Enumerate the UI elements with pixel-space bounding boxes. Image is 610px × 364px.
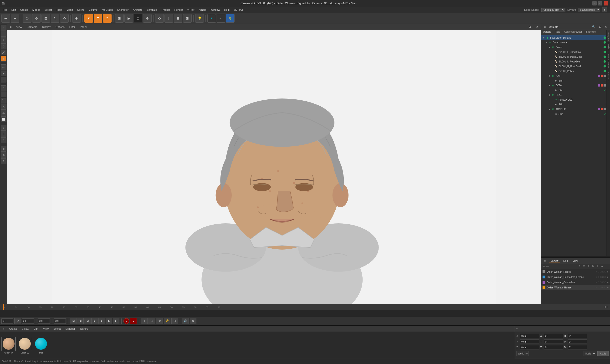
lt-select-btn[interactable]: ↖ bbox=[1, 25, 6, 30]
lt-hair-btn[interactable]: ≡ bbox=[1, 77, 6, 82]
record-active-btn[interactable]: ● bbox=[130, 318, 137, 324]
viewport-display-btn[interactable]: Display bbox=[41, 25, 52, 29]
tree-item-body[interactable]: ▼ ⊞ BODY ⋮ bbox=[541, 83, 610, 88]
lt-poly-mode-btn[interactable]: ◻ bbox=[1, 43, 6, 49]
tr-h-scale[interactable] bbox=[568, 334, 587, 338]
apply-button[interactable]: Apply bbox=[597, 351, 609, 356]
lt-point-mode-btn[interactable]: · bbox=[1, 31, 6, 37]
loop-btn[interactable]: ⟲ bbox=[156, 318, 163, 324]
tree-item-older-woman[interactable]: ▼ ☺ Older_Woman ⋮ bbox=[541, 40, 610, 45]
timeline-start-input[interactable] bbox=[1, 318, 13, 324]
timeline-end-input[interactable] bbox=[38, 318, 50, 324]
objects-config-btn[interactable]: ⚙ bbox=[604, 25, 609, 29]
go-start-btn[interactable]: |◀ bbox=[70, 318, 77, 324]
scale-keys-btn[interactable]: ⊡ bbox=[148, 318, 155, 324]
tab-objects[interactable]: Objects bbox=[541, 30, 553, 35]
viewport-maximize-btn[interactable]: ⊞ bbox=[527, 25, 532, 29]
menu-help[interactable]: Help bbox=[222, 8, 232, 12]
material-item-3[interactable]: Mat bbox=[34, 337, 48, 354]
lt-capsule-btn[interactable]: ⬜ bbox=[1, 116, 6, 122]
tree-arrow[interactable]: ▼ bbox=[542, 37, 545, 39]
python-button[interactable]: 🐍 bbox=[226, 14, 234, 23]
tr-z-rot[interactable] bbox=[544, 345, 563, 350]
tree-item-skin-head[interactable]: ◉ Skin ✓ ⋮ bbox=[541, 102, 610, 107]
tree-item-bip-l-hand[interactable]: 🦴 Bip001_L_Hand.Goal ⋮ bbox=[541, 50, 610, 54]
tree-item-skin-hair[interactable]: ◉ Skin ✓ ⋮ bbox=[541, 78, 610, 83]
menu-arnold[interactable]: Arnold bbox=[197, 8, 208, 12]
tree-item-skin-body[interactable]: ◉ Skin ✓ ⋮ bbox=[541, 88, 610, 92]
tr-x-rot[interactable] bbox=[544, 334, 563, 338]
viewport-menu-btn[interactable]: ≡ bbox=[9, 25, 13, 29]
prev-key-btn[interactable]: ◀| bbox=[77, 318, 84, 324]
timeline-prev-input-btn[interactable]: ◁ bbox=[14, 318, 21, 324]
rotate-tool-button[interactable]: ↻ bbox=[51, 14, 59, 23]
menu-tracker[interactable]: Tracker bbox=[159, 8, 172, 12]
viewport-view-btn[interactable]: View bbox=[15, 25, 23, 29]
menu-select[interactable]: Select bbox=[43, 8, 54, 12]
lt-edge-mode-btn[interactable]: / bbox=[1, 37, 6, 43]
objects-search-btn[interactable]: 🔍 bbox=[591, 25, 596, 29]
lt-light-btn[interactable]: S bbox=[1, 137, 6, 143]
add-object-button[interactable]: ⊕ bbox=[72, 14, 81, 23]
tr-b-scale[interactable] bbox=[568, 345, 587, 350]
tree-arrow[interactable]: ▼ bbox=[548, 84, 551, 87]
mat-tab-edit[interactable]: Edit bbox=[32, 327, 39, 331]
material-item-1[interactable]: Older_W bbox=[1, 337, 16, 354]
move-keys-btn[interactable]: ✛ bbox=[141, 318, 148, 324]
menu-volume[interactable]: Volume bbox=[87, 8, 100, 12]
material-menu-btn[interactable]: ≡ bbox=[1, 327, 6, 331]
layers-menu-btn[interactable]: ≡ bbox=[543, 258, 547, 263]
menu-animate[interactable]: Animate bbox=[131, 8, 144, 12]
menu-3dtoall[interactable]: 3DToAll bbox=[232, 8, 245, 12]
tree-item-tongue[interactable]: ▼ ⊞ TONGUE ⋮ bbox=[541, 107, 610, 112]
objects-menu-btn[interactable]: ≡ bbox=[543, 25, 547, 29]
lt-subdiv-btn[interactable]: ⊞ bbox=[1, 146, 6, 152]
next-key-btn[interactable]: |▶ bbox=[106, 318, 112, 324]
layout-options-button[interactable]: ▼ bbox=[602, 7, 607, 13]
viewport-canvas[interactable] bbox=[7, 30, 541, 304]
y-axis-button[interactable]: Y bbox=[94, 14, 102, 23]
timeline-end-frame-2[interactable] bbox=[54, 318, 66, 324]
node-space-select[interactable]: Current (V-Ray) bbox=[541, 8, 565, 12]
menu-file[interactable]: File bbox=[1, 8, 9, 12]
lt-boolean-btn[interactable]: ⊙ bbox=[1, 158, 6, 164]
layer-row-rigged[interactable]: Older_Woman_Rigged ○ □ □ □ □ ▶ bbox=[541, 269, 610, 274]
mat-tab-select[interactable]: Select bbox=[52, 327, 62, 331]
sound-btn[interactable]: 🔊 bbox=[182, 318, 189, 324]
layout-select[interactable]: Startup (User) bbox=[578, 8, 600, 12]
viewport-cameras-btn[interactable]: Cameras bbox=[25, 25, 39, 29]
material-item-2[interactable]: Older_W bbox=[18, 337, 32, 354]
lt-cylinder-btn[interactable]: ⬛ bbox=[1, 98, 6, 104]
tr-z-pos[interactable] bbox=[520, 345, 539, 350]
menu-create[interactable]: Create bbox=[18, 8, 30, 12]
tree-arrow[interactable]: ▼ bbox=[548, 108, 551, 111]
x-axis-button[interactable]: X bbox=[84, 14, 93, 23]
menu-simulate[interactable]: Simulate bbox=[145, 8, 159, 12]
menu-spline[interactable]: Spline bbox=[75, 8, 87, 12]
arnold-button[interactable]: AR bbox=[217, 14, 225, 23]
lt-paint-btn[interactable]: 🖌 bbox=[1, 50, 6, 55]
layer-row-bones[interactable]: Older_Woman_Bones ○ □ □ □ □ ▶ bbox=[541, 285, 610, 290]
menu-mograph[interactable]: MoGraph bbox=[100, 8, 115, 12]
go-end-btn[interactable]: ▶| bbox=[113, 318, 119, 324]
tree-arrow[interactable]: ▼ bbox=[548, 94, 551, 96]
timeline-settings-btn[interactable]: ⚙ bbox=[190, 318, 196, 324]
side-tab-attributes[interactable]: Attributes bbox=[607, 30, 610, 42]
scale-tool-button[interactable]: ⊡ bbox=[41, 14, 50, 23]
workplane-button[interactable]: ⊟ bbox=[183, 14, 192, 23]
next-frame-btn[interactable]: ▶ bbox=[98, 318, 105, 324]
z-axis-button[interactable]: Z bbox=[103, 14, 112, 23]
tree-item-bip-r-hand[interactable]: 🦴 Bip001_R_Hand.Goal ⋮ bbox=[541, 54, 610, 59]
snapping-tools-button[interactable]: ⋮ bbox=[165, 14, 173, 23]
lt-sphere-btn[interactable]: ○ bbox=[1, 91, 6, 97]
tree-arrow[interactable]: ▼ bbox=[548, 75, 551, 77]
timeline-current-frame-input[interactable] bbox=[22, 318, 34, 324]
move-tool-button[interactable]: ✛ bbox=[32, 14, 41, 23]
tree-arrow[interactable]: ▼ bbox=[548, 46, 551, 49]
lt-knife-btn[interactable]: ✂ bbox=[1, 64, 6, 70]
layers-tab-edit[interactable]: Edit bbox=[562, 259, 569, 262]
viewport-filter-btn[interactable]: Filter bbox=[68, 25, 77, 29]
lt-camera-btn[interactable]: S bbox=[1, 131, 6, 137]
layer-row-controllers-freeze[interactable]: Older_Woman_Controllers_Freeze ○ □ □ □ □… bbox=[541, 274, 610, 280]
lt-null-btn[interactable]: S bbox=[1, 125, 6, 131]
